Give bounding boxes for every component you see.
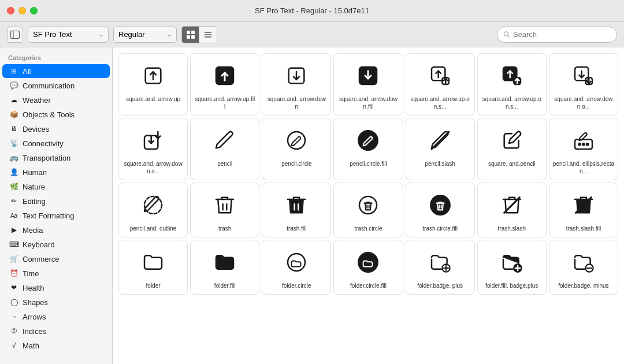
sidebar-item-keyboard[interactable]: ⌨Keyboard	[2, 237, 110, 251]
sidebar-item-label-math: Math	[23, 341, 39, 350]
sidebar-item-arrows[interactable]: →Arrows	[2, 310, 110, 324]
sidebar-item-icon-time: ⏰	[9, 269, 18, 278]
icon-cell-trash-fill[interactable]: trash.fill	[262, 183, 331, 237]
icon-cell-square-arrow-up-ons[interactable]: square.and. arrow.up.on.s...	[406, 53, 475, 116]
sidebar-item-icon-all: ⊞	[9, 66, 18, 76]
grid-view-button[interactable]	[182, 27, 199, 43]
icon-cell-square-arrow-up-ons2[interactable]: square.and. arrow.up.on.s...	[477, 53, 547, 116]
icon-cell-pencil[interactable]: pencil	[190, 118, 259, 180]
sidebar-item-text-formatting[interactable]: AaText Formatting	[2, 209, 110, 222]
sidebar-item-label-communication: Communication	[23, 81, 75, 90]
icon-cell-pencil-outline[interactable]: pencil.and. outline	[118, 183, 188, 237]
icon-cell-square-and-pencil[interactable]: square. and.pencil	[477, 118, 547, 180]
svg-line-36	[432, 132, 449, 149]
icon-cell-square-arrow-up[interactable]: square.and. arrow.up	[118, 53, 188, 116]
sidebar-toggle-button[interactable]	[7, 27, 23, 43]
icon-cell-pencil-slash[interactable]: pencil.slash	[406, 118, 475, 180]
icon-cell-folder-circle[interactable]: folder.circle	[262, 240, 331, 295]
icon-cell-square-arrow-down[interactable]: square.and. arrow.down	[262, 53, 331, 116]
sidebar-item-all[interactable]: ⊞All	[2, 64, 110, 78]
sidebar-item-devices[interactable]: 🖥Devices	[2, 122, 110, 136]
sidebar-item-connectivity[interactable]: 📡Connectivity	[2, 136, 110, 150]
sidebar-item-icon-devices: 🖥	[9, 124, 18, 133]
sidebar-item-label-weather: Weather	[23, 96, 51, 105]
svg-rect-0	[11, 31, 20, 38]
icon-cell-folder-fill[interactable]: folder.fill	[190, 240, 259, 295]
icon-label-trash-fill: trash.fill	[287, 225, 306, 232]
icon-graphic-pencil-slash	[424, 124, 456, 157]
svg-point-35	[359, 131, 378, 150]
search-box[interactable]	[497, 27, 617, 43]
icon-label-folder-circle-fill: folder.circle.fill	[350, 282, 387, 289]
icon-graphic-folder-fill-badge-plus	[496, 246, 528, 278]
sidebar-item-label-objects-tools: Objects & Tools	[23, 110, 75, 119]
icon-label-folder: folder	[146, 282, 161, 289]
sidebar-item-transportation[interactable]: 🚌Transportation	[2, 151, 110, 165]
icon-cell-pencil-circle-fill[interactable]: pencil.circle.fill	[333, 118, 403, 180]
sidebar-item-icon-health: ❤	[9, 283, 18, 292]
close-button[interactable]	[7, 7, 14, 14]
icon-label-trash-slash-fill: trash.slash.fill	[566, 225, 601, 232]
sidebar-item-media[interactable]: ▶Media	[2, 223, 110, 237]
sidebar-item-time[interactable]: ⏰Time	[2, 266, 110, 280]
sidebar-item-icon-connectivity: 📡	[9, 139, 18, 148]
icon-label-square-arrow-down-o: square.and. arrow.down.o...	[553, 95, 614, 110]
sidebar-item-label-time: Time	[23, 269, 39, 278]
svg-rect-5	[191, 35, 195, 39]
icon-graphic-folder-circle	[280, 246, 313, 278]
sidebar-item-nature[interactable]: 🌿Nature	[2, 180, 110, 194]
font-style-select[interactable]: Regular	[118, 30, 166, 39]
sidebar-item-communication[interactable]: 💬Communication	[2, 79, 110, 92]
sidebar-item-label-text-formatting: Text Formatting	[23, 211, 75, 220]
icon-cell-folder-fill-badge-plus[interactable]: folder.fill. badge.plus	[477, 240, 547, 295]
sidebar-item-health[interactable]: ❤Health	[2, 281, 110, 295]
icon-label-pencil-outline: pencil.and. outline	[130, 225, 177, 232]
icon-cell-trash[interactable]: trash	[190, 183, 259, 237]
sidebar-item-shapes[interactable]: ◯Shapes	[2, 295, 110, 309]
sidebar-item-objects-tools[interactable]: 📦Objects & Tools	[2, 107, 110, 121]
list-view-button[interactable]	[199, 27, 217, 43]
sidebar-item-editing[interactable]: ✏Editing	[2, 194, 110, 208]
sidebar-item-label-keyboard: Keyboard	[23, 240, 55, 249]
icon-graphic-square-arrow-down-o	[567, 60, 600, 92]
icon-cell-square-arrow-up-fill[interactable]: square.and. arrow.up.fill	[190, 53, 259, 116]
sidebar-item-indices[interactable]: ①Indices	[2, 324, 110, 338]
icon-cell-pencil-ellipsis-rect[interactable]: pencil.and. ellipsis.rectan...	[549, 118, 618, 180]
sidebar-item-commerce[interactable]: 🛒Commerce	[2, 252, 110, 266]
icon-label-pencil-ellipsis-rect: pencil.and. ellipsis.rectan...	[553, 160, 614, 175]
sidebar-item-label-all: All	[23, 67, 31, 76]
sidebar-item-human[interactable]: 👤Human	[2, 165, 110, 179]
icon-cell-trash-circle-fill[interactable]: trash.circle.fill	[406, 183, 475, 237]
sidebar: Categories ⊞All💬Communication☁Weather📦Ob…	[0, 47, 113, 364]
sidebar-section-title: Categories	[0, 52, 112, 64]
font-style-selector[interactable]: Regular ⌄	[113, 27, 177, 43]
icon-cell-square-arrow-down-o[interactable]: square.and. arrow.down.o...	[549, 53, 618, 116]
font-family-select[interactable]: SF Pro Text	[33, 30, 98, 39]
sidebar-item-label-transportation: Transportation	[23, 154, 70, 162]
icon-cell-square-arrow-down-fill[interactable]: square.and. arrow.down.fill	[333, 53, 403, 116]
sidebar-item-math[interactable]: √Math	[2, 339, 110, 352]
icon-cell-trash-slash[interactable]: trash.slash	[477, 183, 547, 237]
icon-graphic-folder-fill	[209, 246, 241, 278]
icon-cell-square-arrow-down-o2[interactable]: square.and. arrow.down.o...	[118, 118, 188, 180]
icon-cell-folder[interactable]: folder	[118, 240, 188, 295]
icon-cell-folder-badge-plus[interactable]: folder.badge. plus	[406, 240, 475, 295]
icon-cell-pencil-circle[interactable]: pencil.circle	[262, 118, 331, 180]
icon-grid-area[interactable]: square.and. arrow.upsquare.and. arrow.up…	[113, 47, 624, 364]
icon-graphic-square-arrow-up-ons2	[496, 60, 528, 92]
sidebar-item-label-health: Health	[23, 284, 44, 292]
minimize-button[interactable]	[18, 7, 26, 14]
font-family-selector[interactable]: SF Pro Text ⌄	[28, 27, 109, 43]
icon-cell-trash-slash-fill[interactable]: trash.slash.fill	[549, 183, 618, 237]
icon-graphic-folder-badge-minus	[567, 246, 600, 278]
sidebar-item-weather[interactable]: ☁Weather	[2, 93, 110, 107]
icon-cell-folder-circle-fill[interactable]: folder.circle.fill	[333, 240, 403, 295]
search-input[interactable]	[513, 30, 611, 39]
icon-cell-trash-circle[interactable]: trash.circle	[333, 183, 403, 237]
maximize-button[interactable]	[30, 7, 38, 14]
sidebar-item-label-human: Human	[23, 168, 47, 177]
sidebar-item-icon-objects-tools: 📦	[9, 110, 18, 119]
icon-label-folder-badge-plus: folder.badge. plus	[417, 282, 463, 289]
sidebar-item-label-connectivity: Connectivity	[23, 139, 64, 148]
icon-cell-folder-badge-minus[interactable]: folder.badge. minus	[549, 240, 618, 295]
